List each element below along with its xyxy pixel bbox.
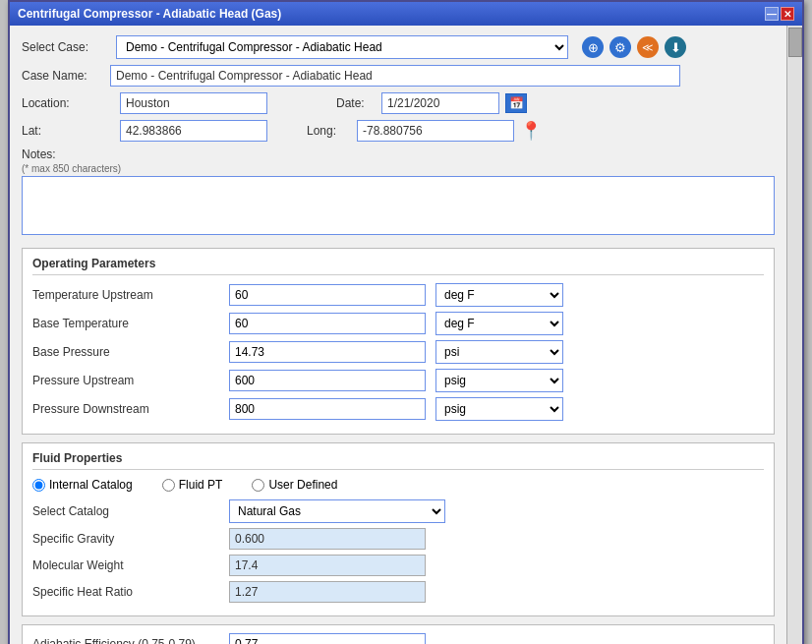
gear-icon[interactable]: ⚙ — [609, 36, 631, 58]
fluid-properties-section: Fluid Properties Internal Catalog Fluid … — [22, 442, 775, 616]
fluid-properties-title: Fluid Properties — [32, 451, 764, 470]
content-area: Select Case: Demo - Centrifugal Compress… — [10, 26, 802, 644]
scrollbar[interactable] — [786, 26, 802, 644]
catalog-row: Select Catalog Natural Gas Air Methane P… — [32, 499, 764, 523]
case-name-label: Case Name: — [22, 69, 110, 83]
notes-section: Notes: (* max 850 characters) — [22, 147, 775, 238]
internal-catalog-text: Internal Catalog — [49, 478, 133, 492]
map-pin-icon[interactable]: 📍 — [520, 120, 542, 142]
pressure-downstream-row: Pressure Downstream psigpsikPabar — [32, 397, 764, 421]
pressure-downstream-input[interactable] — [229, 398, 426, 420]
fluid-pt-radio[interactable] — [162, 479, 175, 492]
temp-upstream-label: Temperature Upstream — [32, 288, 229, 302]
minimize-button[interactable]: — — [765, 7, 779, 21]
share-icon[interactable]: ≪ — [637, 36, 659, 58]
molecular-weight-label: Molecular Weight — [32, 558, 229, 572]
base-pressure-input[interactable] — [229, 341, 426, 363]
date-input[interactable] — [381, 92, 499, 114]
title-bar: Centrifugal Compressor - Adiabatic Head … — [10, 2, 802, 26]
specific-heat-ratio-label: Specific Heat Ratio — [32, 585, 229, 599]
window-title: Centrifugal Compressor - Adiabatic Head … — [18, 7, 281, 21]
download-icon[interactable]: ⬇ — [665, 36, 686, 58]
temp-upstream-unit[interactable]: deg Fdeg CKR — [435, 283, 563, 307]
catalog-select[interactable]: Natural Gas Air Methane Propane — [229, 499, 445, 523]
date-row: Date: 📅 — [336, 92, 527, 114]
add-icon[interactable]: ⊕ — [582, 36, 604, 58]
notes-sublabel: (* max 850 characters) — [22, 163, 775, 174]
molecular-weight-input — [229, 555, 426, 576]
internal-catalog-radio-label[interactable]: Internal Catalog — [32, 478, 133, 492]
scrollbar-thumb[interactable] — [788, 28, 802, 57]
select-case-dropdown[interactable]: Demo - Centrifugal Compressor - Adiabati… — [116, 35, 568, 59]
notes-textarea[interactable] — [22, 176, 775, 235]
user-defined-radio-label[interactable]: User Defined — [252, 478, 337, 492]
select-case-label: Select Case: — [22, 40, 110, 54]
pressure-downstream-label: Pressure Downstream — [32, 402, 229, 416]
temp-upstream-row: Temperature Upstream deg Fdeg CKR — [32, 283, 764, 307]
temp-upstream-input[interactable] — [229, 284, 426, 306]
base-pressure-label: Base Pressure — [32, 345, 229, 359]
molecular-weight-row: Molecular Weight — [32, 555, 764, 576]
base-pressure-row: Base Pressure psipsigkPabar — [32, 340, 764, 364]
user-defined-radio[interactable] — [252, 479, 264, 492]
operating-parameters-section: Operating Parameters Temperature Upstrea… — [22, 248, 775, 435]
pressure-upstream-label: Pressure Upstream — [32, 374, 229, 387]
bottom-section: Adiabatic Efficiency (0.75-0.79) Compres… — [22, 624, 775, 644]
window-controls: — ✕ — [765, 7, 794, 21]
base-temp-input[interactable] — [229, 313, 426, 334]
location-input[interactable] — [120, 92, 267, 114]
fluid-radio-row: Internal Catalog Fluid PT User Defined — [32, 478, 764, 492]
user-defined-text: User Defined — [268, 478, 337, 492]
case-name-input[interactable] — [110, 65, 680, 87]
calendar-icon[interactable]: 📅 — [505, 93, 527, 113]
specific-heat-ratio-row: Specific Heat Ratio — [32, 581, 764, 603]
close-button[interactable]: ✕ — [781, 7, 794, 21]
date-label: Date: — [336, 96, 376, 110]
specific-gravity-input — [229, 528, 426, 550]
specific-gravity-label: Specific Gravity — [32, 532, 229, 546]
pressure-upstream-row: Pressure Upstream psigpsikPabar — [32, 369, 764, 392]
lat-input[interactable] — [120, 120, 267, 142]
base-temp-label: Base Temperature — [32, 317, 229, 330]
base-temp-unit[interactable]: deg Fdeg CKR — [435, 312, 563, 335]
pressure-upstream-input[interactable] — [229, 370, 426, 391]
fluid-pt-text: Fluid PT — [179, 478, 223, 492]
base-temp-row: Base Temperature deg Fdeg CKR — [32, 312, 764, 335]
specific-heat-ratio-input — [229, 581, 426, 603]
main-form: Select Case: Demo - Centrifugal Compress… — [10, 26, 786, 644]
adiabatic-label: Adiabatic Efficiency (0.75-0.79) — [32, 637, 229, 644]
operating-parameters-title: Operating Parameters — [32, 257, 764, 275]
specific-gravity-row: Specific Gravity — [32, 528, 764, 550]
long-input[interactable] — [357, 120, 514, 142]
notes-label: Notes: — [22, 147, 110, 161]
pressure-upstream-unit[interactable]: psigpsikPabar — [435, 369, 563, 392]
case-name-row: Case Name: — [22, 65, 775, 87]
pressure-downstream-unit[interactable]: psigpsikPabar — [435, 397, 563, 421]
lat-label: Lat: — [22, 124, 110, 138]
long-group: Long: 📍 — [307, 120, 542, 142]
adiabatic-input[interactable] — [229, 633, 426, 644]
internal-catalog-radio[interactable] — [32, 479, 45, 492]
location-date-row: Location: Date: 📅 — [22, 92, 775, 114]
lat-long-row: Lat: Long: 📍 — [22, 120, 775, 142]
fluid-pt-radio-label[interactable]: Fluid PT — [162, 478, 223, 492]
base-pressure-unit[interactable]: psipsigkPabar — [435, 340, 563, 364]
long-label: Long: — [307, 124, 351, 138]
main-window: Centrifugal Compressor - Adiabatic Head … — [8, 0, 804, 644]
select-case-row: Select Case: Demo - Centrifugal Compress… — [22, 35, 775, 59]
catalog-label: Select Catalog — [32, 504, 229, 518]
adiabatic-row: Adiabatic Efficiency (0.75-0.79) — [32, 633, 764, 644]
location-label: Location: — [22, 96, 110, 110]
